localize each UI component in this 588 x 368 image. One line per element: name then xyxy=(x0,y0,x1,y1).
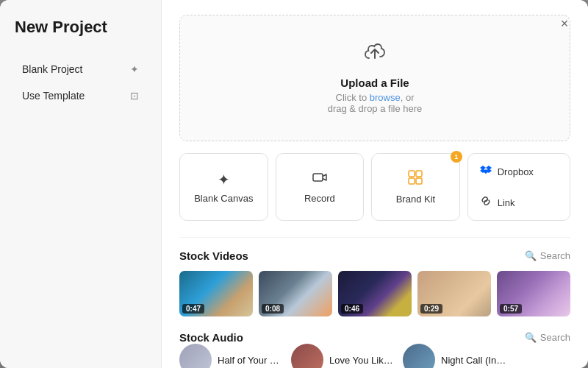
link-button[interactable]: Link xyxy=(476,189,562,216)
video-duration-2: 0:08 xyxy=(262,304,284,314)
video-thumb-4[interactable]: 0:29 xyxy=(417,271,491,316)
main-content: × Upload a File Click to browse, or drag… xyxy=(162,0,588,368)
record-label: Record xyxy=(304,193,335,204)
template-icon: ⊡ xyxy=(130,90,139,102)
audio-thumb-1 xyxy=(179,344,212,368)
sidebar-item-blank-project[interactable]: Blank Project ✦ xyxy=(15,57,146,81)
search-icon: 🔍 xyxy=(525,250,537,261)
upload-subtitle: Click to browse, or drag & drop a file h… xyxy=(195,92,555,114)
video-thumb-3[interactable]: 0:46 xyxy=(338,271,412,316)
audio-item-3[interactable]: Night Call (Instr... xyxy=(403,344,507,368)
close-button[interactable]: × xyxy=(554,13,575,34)
browse-link[interactable]: browse xyxy=(370,92,401,103)
options-row: ✦ Blank Canvas Record xyxy=(179,153,570,221)
video-duration-5: 0:57 xyxy=(500,304,522,314)
audio-title-3: Night Call (Instr... xyxy=(441,355,507,366)
audio-title-2: Love You Like ... xyxy=(329,355,395,366)
video-duration-3: 0:46 xyxy=(341,304,363,314)
camera-icon xyxy=(312,170,327,188)
brand-kit-icon xyxy=(407,169,423,189)
brand-kit-label: Brand Kit xyxy=(396,194,435,205)
video-thumb-5[interactable]: 0:57 xyxy=(497,271,570,316)
link-label: Link xyxy=(498,197,515,208)
divider xyxy=(179,237,570,238)
video-thumb-1[interactable]: 0:47 xyxy=(179,271,253,316)
sidebar-item-use-template[interactable]: Use Template ⊡ xyxy=(15,84,146,107)
upload-title: Upload a File xyxy=(195,77,555,89)
audio-title-1: Half of Your He... xyxy=(218,355,284,366)
stock-audio-row: Half of Your He... Love You Like ... Nig… xyxy=(179,344,570,368)
video-thumb-2[interactable]: 0:08 xyxy=(259,271,332,316)
audio-thumb-2 xyxy=(291,344,323,368)
stock-videos-header: Stock Videos 🔍 Search xyxy=(179,250,570,262)
stock-videos-search-label: Search xyxy=(540,250,570,261)
new-project-modal: New Project Blank Project ✦ Use Template… xyxy=(0,0,588,368)
video-duration-1: 0:47 xyxy=(182,304,204,314)
stock-audio-search-label: Search xyxy=(540,332,570,343)
blank-canvas-button[interactable]: ✦ Blank Canvas xyxy=(179,153,268,221)
dropbox-label: Dropbox xyxy=(498,166,534,177)
record-button[interactable]: Record xyxy=(276,153,365,221)
svg-rect-0 xyxy=(313,174,323,181)
svg-rect-1 xyxy=(409,171,415,177)
stock-videos-search[interactable]: 🔍 Search xyxy=(525,250,570,261)
upload-area[interactable]: Upload a File Click to browse, or drag &… xyxy=(179,15,570,141)
stock-audio-header: Stock Audio 🔍 Search xyxy=(179,331,570,344)
stock-audio-search[interactable]: 🔍 Search xyxy=(525,332,570,343)
svg-rect-3 xyxy=(409,178,415,184)
dropbox-button[interactable]: Dropbox xyxy=(476,158,562,185)
external-options-panel: Dropbox Link xyxy=(467,153,570,221)
dropbox-icon xyxy=(480,164,492,179)
search-icon-audio: 🔍 xyxy=(525,332,537,343)
sidebar-item-blank-project-label: Blank Project xyxy=(22,63,82,75)
stock-videos-row: 0:47 0:08 0:46 0:29 0:57 xyxy=(179,271,570,316)
blank-canvas-label: Blank Canvas xyxy=(194,193,253,204)
upload-icon xyxy=(195,42,555,71)
svg-rect-4 xyxy=(416,178,422,184)
audio-thumb-3 xyxy=(403,344,435,368)
sparkle-icon: ✦ xyxy=(218,171,230,188)
brand-kit-badge: 1 xyxy=(451,151,462,163)
stock-videos-title: Stock Videos xyxy=(179,250,248,262)
sparkle-icon: ✦ xyxy=(130,63,139,75)
brand-kit-button[interactable]: 1 Brand Kit xyxy=(371,153,460,221)
link-icon xyxy=(480,195,492,210)
audio-item-1[interactable]: Half of Your He... xyxy=(179,344,284,368)
stock-audio-title: Stock Audio xyxy=(179,331,243,344)
svg-rect-2 xyxy=(416,171,422,177)
sidebar-item-use-template-label: Use Template xyxy=(22,90,85,102)
modal-title: New Project xyxy=(15,18,146,37)
video-duration-4: 0:29 xyxy=(420,304,442,314)
audio-item-2[interactable]: Love You Like ... xyxy=(291,344,395,368)
sidebar: New Project Blank Project ✦ Use Template… xyxy=(0,0,162,368)
